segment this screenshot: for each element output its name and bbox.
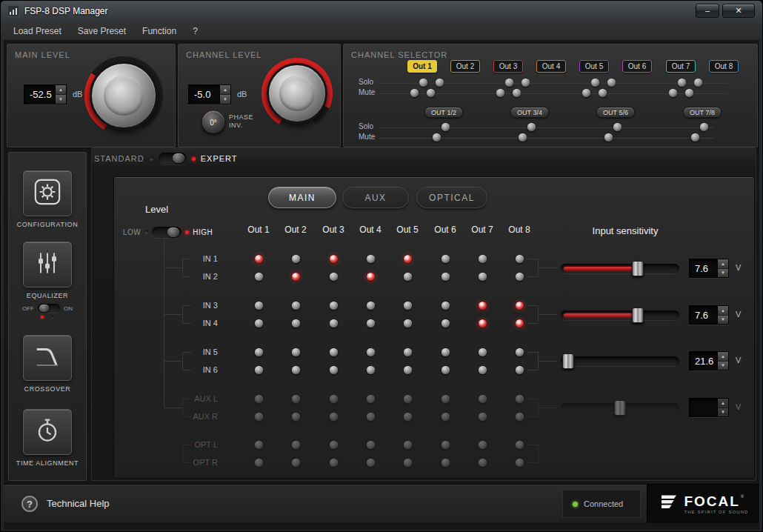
solo-knob-out-2[interactable] xyxy=(436,79,444,87)
matrix-cell-aux-l-out-8[interactable] xyxy=(516,395,524,403)
spinner-up-1[interactable]: ▲ xyxy=(718,259,728,269)
matrix-cell-in-4-out-6[interactable] xyxy=(442,319,450,327)
matrix-cell-opt-l-out-1[interactable] xyxy=(255,441,263,449)
matrix-cell-in-5-out-7[interactable] xyxy=(479,348,487,356)
sensitivity-slider-1[interactable] xyxy=(561,264,679,273)
spinner-down-4[interactable]: ▼ xyxy=(718,408,728,417)
main-level-up[interactable]: ▲ xyxy=(56,85,66,95)
matrix-cell-aux-r-out-2[interactable] xyxy=(292,413,300,421)
slider-handle-1[interactable] xyxy=(632,261,644,276)
matrix-cell-aux-l-out-6[interactable] xyxy=(442,395,450,403)
matrix-cell-in-6-out-1[interactable] xyxy=(255,366,263,374)
spinner-down-1[interactable]: ▼ xyxy=(718,269,728,278)
matrix-cell-in-2-out-7[interactable] xyxy=(479,273,487,281)
slider-handle-3[interactable] xyxy=(562,353,574,369)
mute-knob-out-3[interactable] xyxy=(496,89,504,97)
matrix-cell-in-5-out-8[interactable] xyxy=(516,348,524,356)
matrix-cell-opt-l-out-7[interactable] xyxy=(479,441,487,449)
matrix-cell-in-6-out-3[interactable] xyxy=(330,366,338,374)
matrix-cell-in-3-out-3[interactable] xyxy=(330,302,338,310)
sidebar-item-configuration[interactable]: CONFIGURATION xyxy=(9,170,86,228)
channel-button-out-2[interactable]: Out 2 xyxy=(450,60,480,73)
matrix-cell-in-1-out-7[interactable] xyxy=(479,255,487,263)
matrix-cell-in-5-out-2[interactable] xyxy=(292,348,300,356)
channel-button-out-5[interactable]: Out 5 xyxy=(579,60,609,73)
matrix-cell-aux-l-out-2[interactable] xyxy=(292,395,300,403)
mute-knob-out-8[interactable] xyxy=(685,89,693,97)
menu-item-help[interactable]: ? xyxy=(184,23,206,39)
matrix-cell-in-3-out-8[interactable] xyxy=(516,302,524,310)
channel-level-knob[interactable] xyxy=(261,58,333,129)
menu-item-load-preset[interactable]: Load Preset xyxy=(5,23,70,39)
matrix-cell-opt-r-out-5[interactable] xyxy=(404,459,412,467)
matrix-cell-aux-r-out-8[interactable] xyxy=(516,413,524,421)
slider-handle-2[interactable] xyxy=(632,307,644,323)
channel-level-down[interactable]: ▼ xyxy=(220,95,230,104)
matrix-cell-in-2-out-2[interactable] xyxy=(292,273,300,281)
channel-button-out-8[interactable]: Out 8 xyxy=(709,60,739,73)
solo-knob-out-4[interactable] xyxy=(522,79,530,87)
matrix-cell-opt-r-out-6[interactable] xyxy=(442,459,450,467)
mute-knob-out-5[interactable] xyxy=(582,89,590,97)
solo-knob-out-8[interactable] xyxy=(694,79,702,87)
tab-main[interactable]: MAIN xyxy=(268,187,336,208)
minimize-button[interactable]: – xyxy=(696,4,719,18)
matrix-cell-opt-r-out-7[interactable] xyxy=(479,459,487,467)
sidebar-item-equalizer[interactable]: EQUALIZER OFF ON xyxy=(9,242,86,319)
sensitivity-value-3[interactable]: 21.6 xyxy=(690,352,717,370)
level-toggle[interactable] xyxy=(152,227,181,238)
matrix-cell-opt-l-out-2[interactable] xyxy=(292,441,300,449)
matrix-cell-in-1-out-5[interactable] xyxy=(404,255,412,263)
channel-level-value[interactable]: -5.0 xyxy=(189,85,219,104)
matrix-cell-in-4-out-1[interactable] xyxy=(255,319,263,327)
matrix-cell-in-5-out-3[interactable] xyxy=(330,348,338,356)
channel-level-up[interactable]: ▲ xyxy=(220,85,230,95)
matrix-cell-in-6-out-2[interactable] xyxy=(292,366,300,374)
matrix-cell-in-6-out-5[interactable] xyxy=(404,366,412,374)
matrix-cell-in-4-out-2[interactable] xyxy=(292,319,300,327)
mute-knob-group-2[interactable] xyxy=(519,133,527,142)
matrix-cell-in-5-out-4[interactable] xyxy=(367,348,375,356)
matrix-cell-in-1-out-3[interactable] xyxy=(330,255,338,263)
matrix-cell-in-1-out-1[interactable] xyxy=(255,255,263,263)
matrix-cell-aux-r-out-1[interactable] xyxy=(255,413,263,421)
matrix-cell-opt-r-out-1[interactable] xyxy=(255,459,263,467)
tab-optical[interactable]: OPTICAL xyxy=(416,187,487,208)
time-alignment-tile[interactable] xyxy=(23,409,72,455)
spinner-up-4[interactable]: ▲ xyxy=(718,399,728,408)
matrix-cell-opt-r-out-2[interactable] xyxy=(292,459,300,467)
sensitivity-slider-4[interactable] xyxy=(561,403,679,413)
tab-aux[interactable]: AUX xyxy=(342,187,409,208)
matrix-cell-aux-r-out-7[interactable] xyxy=(479,413,487,421)
main-level-value[interactable]: -52.5 xyxy=(24,85,55,104)
matrix-cell-in-5-out-1[interactable] xyxy=(255,348,263,356)
channel-button-out-6[interactable]: Out 6 xyxy=(622,60,652,73)
spinner-up-3[interactable]: ▲ xyxy=(718,352,728,362)
solo-knob-out-7[interactable] xyxy=(678,79,686,87)
solo-knob-group-4[interactable] xyxy=(700,123,708,131)
matrix-cell-opt-r-out-3[interactable] xyxy=(330,459,338,467)
matrix-cell-in-4-out-4[interactable] xyxy=(367,319,375,327)
matrix-cell-aux-r-out-6[interactable] xyxy=(442,413,450,421)
matrix-cell-aux-l-out-3[interactable] xyxy=(330,395,338,403)
equalizer-tile[interactable] xyxy=(23,242,72,287)
channel-button-out-7[interactable]: Out 7 xyxy=(666,60,696,73)
matrix-cell-in-4-out-8[interactable] xyxy=(516,319,524,327)
matrix-cell-in-6-out-6[interactable] xyxy=(442,366,450,374)
spinner-down-3[interactable]: ▼ xyxy=(718,362,728,370)
solo-knob-out-6[interactable] xyxy=(607,79,616,87)
group-button-out-5-6[interactable]: OUT 5/6 xyxy=(596,107,635,118)
matrix-cell-in-6-out-7[interactable] xyxy=(479,366,487,374)
matrix-cell-opt-r-out-4[interactable] xyxy=(367,459,375,467)
channel-button-out-3[interactable]: Out 3 xyxy=(493,60,523,73)
sensitivity-value-2[interactable]: 7.6 xyxy=(690,306,717,324)
solo-knob-out-5[interactable] xyxy=(591,79,599,87)
mute-knob-group-4[interactable] xyxy=(691,133,699,142)
solo-knob-group-2[interactable] xyxy=(527,123,536,131)
matrix-cell-in-3-out-1[interactable] xyxy=(255,302,263,310)
menu-item-save-preset[interactable]: Save Preset xyxy=(70,23,134,39)
matrix-cell-in-6-out-8[interactable] xyxy=(516,366,524,374)
matrix-cell-in-3-out-6[interactable] xyxy=(442,302,450,310)
spinner-down-2[interactable]: ▼ xyxy=(718,316,728,325)
matrix-cell-in-1-out-2[interactable] xyxy=(292,255,300,263)
